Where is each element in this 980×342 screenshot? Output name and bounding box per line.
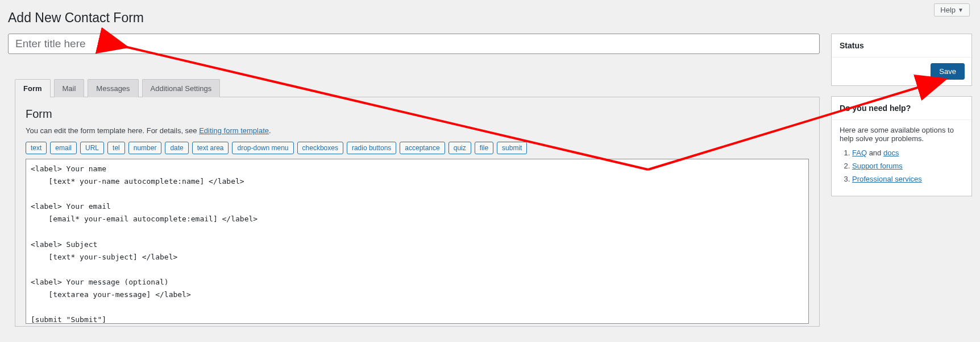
tag-number-button[interactable]: number [128, 142, 162, 154]
professional-services-link[interactable]: Professional services [852, 175, 922, 183]
editing-template-link[interactable]: Editing form template [199, 126, 269, 135]
tag-checkboxes-button[interactable]: checkboxes [297, 142, 343, 154]
tag-file-button[interactable]: file [475, 142, 493, 154]
form-template-textarea[interactable] [26, 159, 809, 324]
help-intro: Here are some available options to help … [840, 126, 964, 143]
status-box: Status Save [831, 34, 972, 86]
tag-quiz-button[interactable]: quiz [449, 142, 471, 154]
docs-link[interactable]: docs [883, 149, 899, 157]
tag-text-button[interactable]: text [26, 142, 47, 154]
help-item-pro: Professional services [852, 175, 964, 183]
help-dropdown[interactable]: Help ▼ [934, 3, 970, 17]
tag-textarea-button[interactable]: text area [192, 142, 229, 154]
faq-link[interactable]: FAQ [852, 149, 867, 157]
support-forums-link[interactable]: Support forums [852, 162, 903, 170]
tag-acceptance-button[interactable]: acceptance [400, 142, 445, 154]
tag-url-button[interactable]: URL [80, 142, 104, 154]
tag-email-button[interactable]: email [50, 142, 77, 154]
tab-mail[interactable]: Mail [54, 79, 85, 97]
form-panel: Form You can edit the form template here… [15, 97, 820, 327]
help-item-forums: Support forums [852, 162, 964, 170]
help-label: Help [940, 6, 956, 14]
tag-submit-button[interactable]: submit [497, 142, 527, 154]
help-item-faq: FAQ and docs [852, 149, 964, 157]
help-list: FAQ and docs Support forums Professional… [840, 149, 964, 183]
help-box: Do you need help? Here are some availabl… [831, 96, 972, 196]
status-box-title: Status [832, 34, 971, 57]
chevron-down-icon: ▼ [958, 7, 964, 13]
title-input[interactable] [8, 34, 820, 54]
tag-tel-button[interactable]: tel [107, 142, 125, 154]
help-box-title: Do you need help? [832, 97, 971, 120]
tag-dropdown-button[interactable]: drop-down menu [232, 142, 293, 154]
save-button[interactable]: Save [931, 63, 965, 80]
form-panel-heading: Form [26, 108, 809, 121]
tag-date-button[interactable]: date [165, 142, 188, 154]
tag-radio-button[interactable]: radio buttons [347, 142, 396, 154]
form-panel-desc: You can edit the form template here. For… [26, 126, 809, 135]
page-title: Add New Contact Form [0, 0, 980, 34]
tab-additional-settings[interactable]: Additional Settings [142, 79, 221, 97]
tab-form[interactable]: Form [15, 79, 51, 97]
tag-generator-row: text email URL tel number date text area… [26, 142, 809, 154]
tab-bar: Form Mail Messages Additional Settings [8, 79, 820, 97]
tab-messages[interactable]: Messages [88, 79, 138, 97]
